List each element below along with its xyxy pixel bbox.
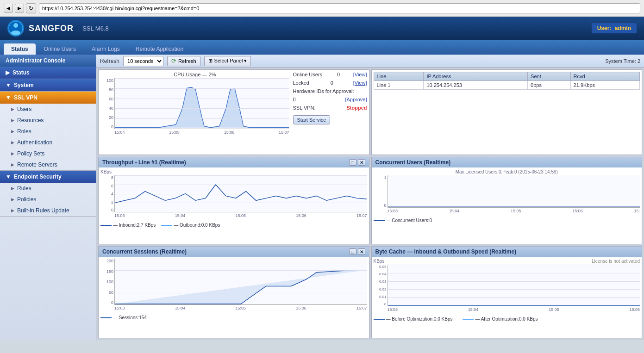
tab-alarm-logs[interactable]: Alarm Logs (84, 43, 127, 55)
main-layout: Administrator Console ▶ Status ▼ System … (0, 55, 644, 340)
ssl-vpn-arrow: ▼ (6, 94, 11, 101)
byte-cache-svg (388, 265, 640, 306)
sessions-chart: 200 150 100 50 0 (100, 259, 367, 314)
ssl-vpn-row: SSL VPN: Stopped (293, 105, 367, 111)
sidebar-header-status[interactable]: ▶ Status (0, 67, 96, 79)
sidebar-item-built-in-rules[interactable]: ▶ Built-in Rules Update (0, 205, 96, 216)
system-time: System Time: 2 (605, 58, 640, 64)
start-service-button[interactable]: Start Service (293, 115, 331, 124)
concurrent-users-legend: — Concurrent Users:0 (374, 218, 640, 223)
hardware-ids-value: 0 (293, 97, 296, 102)
ssl-vpn-status: Stopped (347, 105, 367, 111)
concurrent-users-panel: Concurrent Users (Realtime) Max Licensed… (371, 157, 643, 244)
cpu-chart-title: CPU Usage — 2% (100, 72, 289, 77)
authentication-arrow: ▶ (11, 140, 14, 145)
forward-button[interactable]: ▶ (15, 4, 24, 13)
built-in-rules-label: Built-in Rules Update (17, 207, 69, 214)
sessions-legend: — Sessions:154 (100, 315, 367, 320)
refresh-interval-select[interactable]: 10 seconds 5 seconds 30 seconds 1 minute… (123, 56, 163, 66)
url-bar[interactable] (39, 3, 640, 13)
throughput-panel-body: KBps 8 6 4 2 0 (99, 167, 369, 244)
byte-cache-xaxis: 15:03 15:04 15:05 15:06 (388, 307, 640, 316)
sessions-minimize-btn[interactable]: □ (349, 248, 356, 255)
col-ip: IP Address (424, 72, 528, 81)
resources-arrow: ▶ (11, 118, 14, 123)
byte-cache-top: KBps License is not activated (374, 259, 640, 264)
locked-view-link[interactable]: [View] (353, 80, 367, 86)
select-panel-button[interactable]: ⊞ Select Panel ▾ (204, 56, 251, 66)
resources-label: Resources (17, 117, 44, 124)
sidebar-header-system[interactable]: ▼ System (0, 79, 96, 91)
throughput-panel-header: Throughput - Line #1 (Realtime) □ ✕ (99, 157, 369, 167)
line-table: Line IP Address Sent Rcvd Line 1 10.254.… (374, 72, 640, 90)
status-arrow: ▶ (6, 69, 10, 76)
online-users-view-link[interactable]: [View] (353, 72, 367, 77)
throughput-chart-inner (114, 175, 367, 212)
roles-label: Roles (17, 128, 31, 135)
policy-sets-label: Policy Sets (17, 150, 44, 157)
grid-line (115, 99, 289, 99)
sidebar-item-rules[interactable]: ▶ Rules (0, 183, 96, 194)
system-arrow: ▼ (6, 82, 11, 88)
byte-cache-yaxis: 0.05 0.04 0.03 0.02 0.01 0 (374, 265, 388, 306)
back-button[interactable]: ◀ (4, 4, 13, 13)
authentication-label: Authentication (17, 139, 52, 146)
after-line (463, 319, 474, 320)
locked-value: 0 (331, 80, 333, 86)
byte-cache-chart-inner (388, 265, 640, 306)
concurrent-line (374, 220, 385, 221)
cpu-xaxis: 15:04 15:05 15:06 15:07 (114, 130, 289, 138)
policy-sets-arrow: ▶ (11, 151, 14, 156)
sidebar: Administrator Console ▶ Status ▼ System … (0, 55, 96, 340)
sidebar-item-authentication[interactable]: ▶ Authentication (0, 137, 96, 148)
cpu-status-panel: CPU Usage — 2% 100 80 60 40 20 0 (98, 69, 369, 155)
throughput-minimize-btn[interactable]: □ (349, 159, 356, 166)
built-in-rules-arrow: ▶ (11, 208, 14, 213)
grid-line (115, 185, 367, 185)
throughput-yaxis: 8 6 4 2 0 (100, 175, 114, 212)
cpu-chart-inner (114, 78, 289, 129)
before-legend: — Before Optimization:0.0 KBps (374, 316, 453, 322)
browser-bar: ◀ ▶ ↻ (0, 0, 644, 17)
approve-link[interactable]: [Approve] (345, 97, 367, 102)
sessions-close-btn[interactable]: ✕ (358, 248, 365, 255)
sidebar-item-policy-sets[interactable]: ▶ Policy Sets (0, 148, 96, 159)
tab-online-users[interactable]: Online Users (37, 43, 83, 55)
sidebar-header-endpoint[interactable]: ▼ Endpoint Security (0, 171, 96, 183)
tab-remote-application[interactable]: Remote Application (128, 43, 191, 55)
grid-line (388, 297, 640, 298)
sidebar-item-roles[interactable]: ▶ Roles (0, 126, 96, 137)
grid-line (115, 108, 289, 109)
refresh-icon: ⟳ (171, 57, 176, 64)
grid-line (115, 203, 367, 203)
refresh-button[interactable]: ⟳ Refresh (167, 56, 200, 66)
concurrent-users-header: Concurrent Users (Realtime) (372, 157, 642, 167)
browser-nav-buttons: ◀ ▶ ↻ (4, 3, 36, 13)
sidebar-section-status: ▶ Status (0, 67, 96, 79)
endpoint-arrow: ▼ (6, 173, 11, 180)
rules-arrow: ▶ (11, 186, 14, 191)
browser-refresh-button[interactable]: ↻ (26, 3, 36, 13)
throughput-title: Throughput - Line #1 (Realtime) (102, 159, 186, 166)
cell-ip: 10.254.254.253 (424, 81, 528, 90)
col-rcvd: Rcvd (570, 72, 639, 81)
grid-line (115, 88, 289, 89)
concurrent-sessions-title: Concurrent Sessions (Realtime) (102, 248, 187, 255)
svg-point-1 (13, 23, 18, 28)
panel-icon: ⊞ (208, 58, 213, 64)
tab-status[interactable]: Status (4, 43, 36, 55)
sidebar-item-policies[interactable]: ▶ Policies (0, 194, 96, 205)
throughput-close-btn[interactable]: ✕ (358, 159, 365, 166)
sidebar-item-resources[interactable]: ▶ Resources (0, 115, 96, 126)
online-users-stat-label: Online Users: (293, 72, 324, 77)
ssl-vpn-label: SSL VPN (14, 94, 38, 101)
byte-cache-body: KBps License is not activated 0.05 0.04 … (372, 257, 642, 338)
sessions-xaxis: 15:03 15:04 15:05 15:06 15:07 (114, 306, 367, 314)
line-table-panel: Line IP Address Sent Rcvd Line 1 10.254.… (371, 69, 643, 155)
sidebar-header-ssl-vpn[interactable]: ▼ SSL VPN (0, 92, 96, 104)
users-arrow: ▶ (11, 107, 14, 111)
grid-line (388, 273, 640, 273)
sidebar-item-remote-servers[interactable]: ▶ Remote Servers (0, 159, 96, 170)
sidebar-item-users[interactable]: ▶ Users (0, 104, 96, 115)
grid-line (388, 265, 640, 265)
